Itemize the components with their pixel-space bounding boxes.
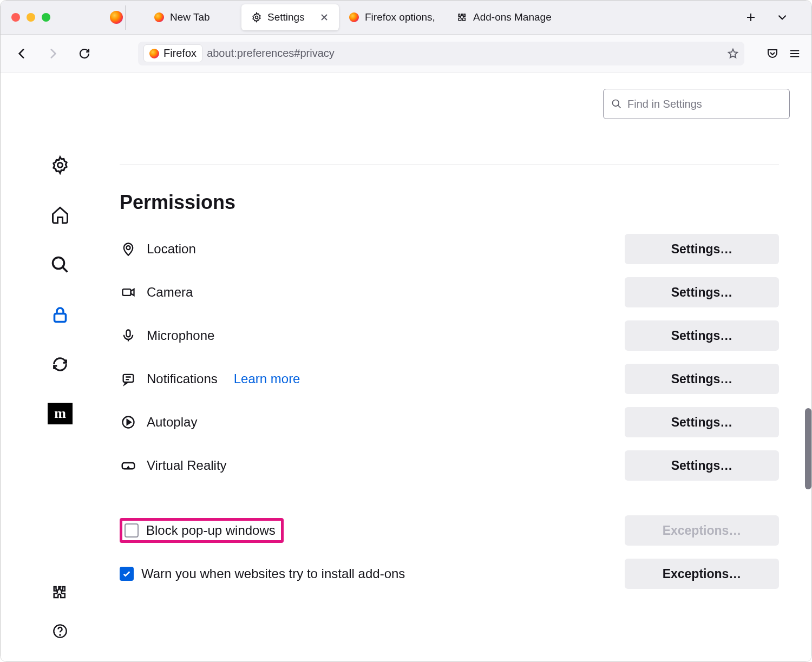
identity-box[interactable]: Firefox [143, 44, 202, 62]
close-window-button[interactable] [11, 13, 20, 22]
permission-label: Location [147, 241, 196, 257]
app-menu-button[interactable] [789, 48, 801, 60]
new-tab-button[interactable] [743, 10, 758, 25]
list-all-tabs-button[interactable] [775, 10, 790, 25]
notifications-icon [120, 370, 137, 388]
tab-actions [743, 10, 811, 25]
permission-location: Location Settings… [120, 230, 779, 268]
url-bar[interactable]: Firefox about:preferences#privacy [138, 42, 744, 65]
permission-label: Camera [147, 285, 193, 300]
mozilla-logo[interactable]: m [48, 403, 73, 424]
back-button[interactable] [11, 43, 32, 64]
find-in-settings-input[interactable]: Find in Settings [603, 89, 790, 119]
gear-icon [251, 12, 262, 23]
vr-settings-button[interactable]: Settings… [625, 450, 779, 481]
camera-settings-button[interactable]: Settings… [625, 277, 779, 307]
autoplay-settings-button[interactable]: Settings… [625, 407, 779, 437]
maximize-window-button[interactable] [42, 13, 50, 22]
toolbar-right [755, 47, 801, 60]
block-popups-label: Block pop-up windows [146, 523, 276, 538]
location-settings-button[interactable]: Settings… [625, 234, 779, 264]
sidebar-item-home[interactable] [49, 204, 71, 226]
warn-addons-checkbox[interactable] [120, 567, 134, 581]
svg-rect-10 [123, 375, 134, 382]
scrollbar-thumb[interactable] [805, 408, 811, 489]
svg-point-5 [60, 634, 60, 635]
svg-point-2 [53, 258, 64, 269]
camera-icon [120, 284, 137, 301]
forward-button[interactable] [43, 43, 63, 64]
svg-rect-8 [123, 289, 131, 296]
tab-firefox-options[interactable]: Firefox options, [339, 4, 447, 30]
tabs: New Tab Settings Firefox options, [144, 1, 561, 34]
settings-main: Find in Settings Permissions Location Se… [120, 73, 811, 661]
tab-label: Add-ons Manage [473, 11, 552, 23]
firefox-icon [349, 12, 359, 23]
check-icon [122, 569, 132, 579]
microphone-settings-button[interactable]: Settings… [625, 320, 779, 351]
sidebar-bottom [51, 584, 69, 661]
permission-camera: Camera Settings… [120, 273, 779, 311]
notifications-settings-button[interactable]: Settings… [625, 364, 779, 394]
window-controls [1, 13, 61, 22]
divider [120, 165, 779, 165]
permission-microphone: Microphone Settings… [120, 317, 779, 355]
permission-vr: Virtual Reality Settings… [120, 447, 779, 484]
settings-sidebar: m [1, 73, 120, 661]
nav-toolbar: Firefox about:preferences#privacy [1, 35, 811, 73]
sidebar-item-extensions[interactable] [51, 584, 69, 601]
tab-addons-manager[interactable]: Add-ons Manage [447, 4, 561, 30]
block-popups-exceptions-button[interactable]: Exceptions… [625, 515, 779, 546]
permission-notifications: Notifications Learn more Settings… [120, 360, 779, 398]
svg-point-1 [58, 163, 63, 168]
warn-addons-exceptions-button[interactable]: Exceptions… [625, 559, 779, 589]
svg-rect-3 [55, 314, 66, 322]
identity-label: Firefox [163, 47, 197, 60]
sidebar-item-sync[interactable] [49, 353, 71, 376]
permissions-list: Location Settings… Camera Settings… [120, 230, 779, 593]
block-popups-row: Block pop-up windows Exceptions… [120, 512, 779, 549]
tab-new-tab[interactable]: New Tab [144, 4, 241, 30]
permission-label: Virtual Reality [147, 458, 227, 473]
sidebar-item-search[interactable] [49, 253, 71, 276]
notifications-learn-more-link[interactable]: Learn more [234, 371, 300, 386]
svg-point-0 [256, 16, 258, 19]
highlight-annotation: Block pop-up windows [120, 518, 284, 543]
search-icon [611, 99, 622, 109]
block-popups-checkbox[interactable] [125, 523, 139, 538]
svg-point-7 [127, 246, 130, 250]
reload-button[interactable] [74, 43, 95, 64]
svg-rect-9 [127, 330, 130, 337]
sidebar-item-privacy[interactable] [49, 303, 71, 326]
sidebar-item-help[interactable] [51, 622, 69, 640]
microphone-icon [120, 327, 137, 344]
bookmark-star-button[interactable] [727, 48, 739, 60]
autoplay-icon [120, 414, 137, 431]
vr-icon [120, 457, 137, 474]
location-icon [120, 240, 137, 258]
warn-addons-label: Warn you when websites try to install ad… [141, 566, 405, 581]
permission-label: Autoplay [147, 415, 197, 430]
sidebar-item-general[interactable] [49, 154, 71, 176]
permissions-heading: Permissions [120, 191, 779, 214]
warn-addons-row: Warn you when websites try to install ad… [120, 555, 779, 593]
minimize-window-button[interactable] [27, 13, 35, 22]
puzzle-icon [457, 12, 468, 23]
tab-settings[interactable]: Settings [241, 4, 339, 30]
firefox-app-icon [110, 11, 123, 24]
permission-autoplay: Autoplay Settings… [120, 403, 779, 441]
url-text: about:preferences#privacy [207, 47, 335, 60]
tab-label: Firefox options, [365, 11, 435, 23]
tab-bar: New Tab Settings Firefox options, [1, 1, 811, 35]
browser-window: New Tab Settings Firefox options, [0, 0, 812, 662]
settings-content: m Find in Settings Permissions [1, 73, 811, 661]
permission-label: Notifications [147, 371, 218, 386]
pocket-button[interactable] [766, 47, 779, 60]
firefox-icon [149, 49, 159, 58]
firefox-icon [154, 12, 165, 23]
permission-label: Microphone [147, 328, 214, 343]
tab-label: Settings [267, 11, 305, 23]
tab-label: New Tab [170, 11, 210, 23]
close-tab-button[interactable] [319, 12, 329, 22]
divider [125, 5, 126, 30]
